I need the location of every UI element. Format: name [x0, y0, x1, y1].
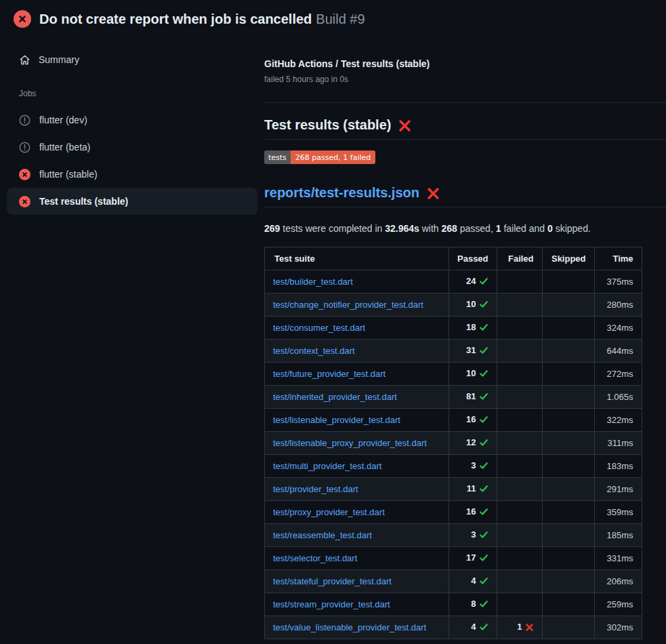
cell-passed: 4 — [449, 570, 497, 593]
test-suite-link[interactable]: test/change_notifier_provider_test.dart — [273, 300, 423, 310]
cell-failed — [497, 501, 542, 524]
job-label: Test results (stable) — [39, 196, 128, 207]
cell-time: 324ms — [594, 317, 642, 340]
table-row: test/consumer_test.dart18 324ms — [265, 317, 642, 340]
page-title: Do not create report when job is cancell… — [39, 12, 365, 27]
check-run-header: Do not create report when job is cancell… — [0, 0, 666, 37]
cell-failed — [497, 547, 542, 570]
build-number: Build #9 — [316, 12, 365, 26]
summary-segment: 1 — [496, 223, 501, 234]
cell-skipped — [542, 294, 594, 317]
cell-time: 206ms — [594, 570, 642, 593]
cell-test-suite: test/selector_test.dart — [265, 547, 449, 570]
cell-failed — [497, 317, 542, 340]
table-row: test/change_notifier_provider_test.dart1… — [265, 294, 642, 317]
test-suite-link[interactable]: test/listenable_proxy_provider_test.dart — [273, 438, 427, 448]
cell-test-suite: test/consumer_test.dart — [265, 317, 449, 340]
cell-test-suite: test/proxy_provider_test.dart — [265, 501, 449, 524]
section-title-report-file: reports/test-results.json — [264, 185, 666, 207]
cell-time: 375ms — [594, 270, 642, 294]
test-suite-link[interactable]: test/reassemble_test.dart — [273, 530, 372, 540]
test-suite-link[interactable]: test/listenable_provider_test.dart — [273, 415, 400, 425]
summary-segment: with — [419, 223, 442, 234]
cell-test-suite: test/listenable_proxy_provider_test.dart — [265, 432, 449, 455]
cell-skipped — [542, 409, 594, 432]
cell-skipped — [542, 455, 594, 478]
check-mark-icon — [479, 438, 488, 449]
sidebar-item-summary[interactable]: Summary — [0, 48, 264, 71]
summary-segment: 0 — [547, 223, 553, 234]
section-title-test-results: Test results (stable) — [264, 117, 666, 140]
cell-failed — [497, 478, 542, 501]
main-content: GitHub Actions / Test results (stable) f… — [264, 37, 666, 639]
failed-status-icon — [19, 196, 30, 207]
test-suite-link[interactable]: test/stateful_provider_test.dart — [273, 576, 392, 586]
jobs-section-label: Jobs — [0, 89, 264, 98]
cell-test-suite: test/value_listenable_provider_test.dart — [265, 616, 449, 639]
test-suite-link[interactable]: test/stream_provider_test.dart — [273, 599, 390, 609]
check-mark-icon — [479, 277, 488, 288]
test-suite-link[interactable]: test/provider_test.dart — [273, 484, 358, 494]
cell-test-suite: test/reassemble_test.dart — [265, 524, 449, 547]
summary-segment: 269 — [264, 223, 280, 234]
summary-segment: 32.964s — [385, 223, 419, 234]
cell-passed: 31 — [449, 340, 497, 363]
cell-time: 644ms — [594, 340, 642, 363]
summary-segment: 268 — [442, 223, 457, 234]
tests-status-badge: tests 268 passed, 1 failed — [264, 150, 375, 164]
column-header-test-suite: Test suite — [265, 247, 449, 270]
passed-count: 11 — [467, 483, 476, 494]
report-file-link[interactable]: reports/test-results.json — [264, 185, 419, 201]
cell-test-suite: test/stream_provider_test.dart — [265, 593, 449, 616]
passed-count: 16 — [466, 414, 476, 424]
table-header-row: Test suitePassedFailedSkippedTime — [265, 247, 642, 270]
test-suite-link[interactable]: test/consumer_test.dart — [273, 323, 365, 333]
passed-count: 10 — [466, 368, 476, 378]
test-suite-link[interactable]: test/proxy_provider_test.dart — [273, 507, 385, 517]
sidebar-job-item-2[interactable]: flutter (stable) — [7, 161, 257, 188]
test-suite-link[interactable]: test/context_test.dart — [273, 346, 355, 356]
check-mark-icon — [479, 576, 488, 588]
passed-count: 18 — [466, 322, 476, 332]
badge-label: tests — [264, 150, 291, 164]
passed-count: 8 — [471, 599, 476, 609]
cell-passed: 4 — [449, 616, 497, 639]
cell-passed: 24 — [449, 270, 497, 294]
sidebar-job-item-0[interactable]: flutter (dev) — [7, 106, 257, 134]
cell-failed — [497, 270, 542, 294]
test-suite-link[interactable]: test/builder_test.dart — [273, 277, 353, 287]
sidebar: Summary Jobs flutter (dev) flutter (beta… — [0, 37, 264, 215]
cell-failed — [497, 432, 542, 455]
test-suite-link[interactable]: test/value_listenable_provider_test.dart — [273, 622, 426, 632]
cell-skipped — [542, 363, 594, 386]
cell-passed: 3 — [449, 455, 497, 478]
cell-failed — [497, 294, 542, 317]
table-row: test/future_provider_test.dart10 272ms — [265, 363, 642, 386]
cell-test-suite: test/future_provider_test.dart — [265, 363, 449, 386]
check-mark-icon — [479, 369, 488, 380]
cell-failed — [497, 593, 542, 616]
sidebar-job-item-3[interactable]: Test results (stable) — [7, 188, 257, 215]
cell-test-suite: test/provider_test.dart — [265, 478, 449, 501]
cell-passed: 12 — [449, 432, 497, 455]
failed-count: 1 — [517, 622, 522, 632]
cell-skipped — [542, 270, 594, 294]
cell-skipped — [542, 593, 594, 616]
cell-passed: 8 — [449, 593, 497, 616]
neutral-status-icon — [19, 142, 30, 153]
test-suite-link[interactable]: test/inherited_provider_test.dart — [273, 392, 397, 402]
test-suite-link[interactable]: test/selector_test.dart — [273, 553, 357, 563]
table-row: test/stateful_provider_test.dart4 206ms — [265, 570, 642, 593]
passed-count: 24 — [466, 276, 476, 286]
passed-count: 12 — [466, 437, 476, 447]
cell-test-suite: test/context_test.dart — [265, 340, 449, 363]
test-suite-link[interactable]: test/future_provider_test.dart — [273, 369, 386, 379]
cell-passed: 16 — [449, 409, 497, 432]
table-row: test/builder_test.dart24 375ms — [265, 270, 642, 294]
test-suite-link[interactable]: test/multi_provider_test.dart — [273, 461, 381, 471]
cell-test-suite: test/multi_provider_test.dart — [265, 455, 449, 478]
sidebar-job-item-1[interactable]: flutter (beta) — [7, 134, 257, 161]
summary-label: Summary — [39, 54, 79, 65]
cell-time: 331ms — [594, 547, 642, 570]
table-row: test/stream_provider_test.dart8 259ms — [265, 593, 642, 616]
